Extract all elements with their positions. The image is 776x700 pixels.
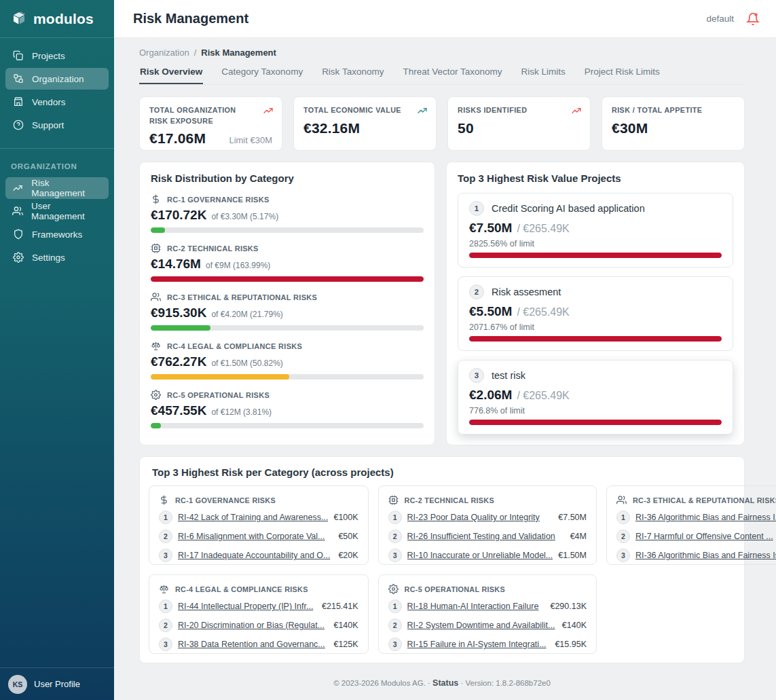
modulos-cube-icon (11, 11, 27, 27)
notifications-bell-icon[interactable] (746, 12, 760, 26)
breadcrumb: Organization / Risk Management (139, 48, 745, 58)
risk-link[interactable]: RI-44 Intellectual Property (IP) Infr... (178, 602, 316, 611)
rank-badge: 1 (159, 511, 172, 524)
tab-category-taxonomy[interactable]: Category Taxonomy (221, 67, 303, 84)
sidebar-item-frameworks[interactable]: Frameworks (5, 223, 109, 245)
sidebar-item-projects[interactable]: Projects (5, 45, 109, 67)
risk-row: 3RI-36 Algorithmic Bias and Fairness Is.… (616, 549, 776, 562)
rank-badge: 2 (616, 530, 630, 543)
panel-title: Top 3 Highest Risk Value Projects (458, 172, 733, 184)
stat-value: 50 (458, 120, 474, 136)
risk-link[interactable]: RI-6 Misalignment with Corporate Val... (178, 532, 333, 541)
copyright-text: © 2023-2026 Modulos AG. (333, 679, 426, 687)
risk-link[interactable]: RI-2 System Downtime and Availabilit... (407, 621, 557, 630)
risk-row: 1RI-44 Intellectual Property (IP) Infr..… (159, 600, 358, 613)
organization-icon (12, 73, 24, 84)
risk-link[interactable]: RI-10 Inaccurate or Unreliable Model... (407, 551, 553, 560)
stat-value: €32.16M (303, 120, 360, 136)
category-label: RC-3 ETHICAL & REPUTATIONAL RISKS (167, 293, 317, 301)
tab-risk-overview[interactable]: Risk Overview (139, 67, 203, 84)
distribution-row-rc4: RC-4 LEGAL & COMPLIANCE RISKS €762.27K o… (151, 341, 424, 380)
sidebar-item-settings[interactable]: Settings (5, 246, 109, 268)
risk-link[interactable]: RI-15 Failure in AI-System Integrati... (407, 640, 550, 649)
organization-nav: Risk Management User Management Framewor… (0, 177, 114, 270)
stat-label: RISKS IDENTIFIED (458, 105, 580, 116)
rank-badge: 3 (159, 549, 172, 562)
sidebar-item-user-management[interactable]: User Management (5, 200, 109, 222)
risk-management-dashboard: modulos Projects Organization Vendors Su… (0, 0, 776, 700)
stat-total-economic-value: TOTAL ECONOMIC VALUE €32.16M (293, 96, 437, 151)
rank-badge: 3 (388, 549, 402, 562)
risk-link[interactable]: RI-23 Poor Data Quality or Integrity (407, 513, 553, 522)
risk-category-card-rc5: RC-5 OPERATIONAL RISKS 1RI-18 Human-AI I… (378, 574, 597, 654)
rank-badge: 2 (469, 284, 484, 299)
risk-link[interactable]: RI-7 Harmful or Offensive Content ... (635, 532, 775, 541)
risk-link[interactable]: RI-26 Insufficient Testing and Validatio… (407, 532, 565, 541)
rank-badge: 1 (469, 201, 484, 216)
risk-link[interactable]: RI-36 Algorithmic Bias and Fairness Is..… (635, 551, 776, 560)
category-label: RC-4 LEGAL & COMPLIANCE RISKS (175, 585, 308, 593)
progress-bar (151, 227, 424, 233)
progress-bar (151, 325, 424, 331)
tab-project-risk-limits[interactable]: Project Risk Limits (584, 67, 661, 84)
project-card[interactable]: 1 Credit Scoring AI based application €7… (458, 193, 733, 268)
sidebar-item-label: User Management (31, 201, 102, 221)
risk-row: 1RI-36 Algorithmic Bias and Fairness I..… (616, 511, 776, 524)
tab-risk-taxonomy[interactable]: Risk Taxonomy (321, 67, 384, 84)
tab-bar: Risk Overview Category Taxonomy Risk Tax… (139, 67, 745, 85)
gear-icon (388, 584, 399, 594)
risk-value: €4M (570, 532, 587, 541)
user-profile-label: User Profile (34, 679, 80, 689)
project-risk-limit: / €265.49K (517, 306, 569, 318)
sidebar-section-label: ORGANIZATION (0, 149, 114, 177)
tab-threat-vector-taxonomy[interactable]: Threat Vector Taxonomy (402, 67, 502, 84)
risk-value: €215.41K (322, 602, 358, 611)
sidebar-item-organization[interactable]: Organization (5, 68, 109, 90)
rank-badge: 2 (388, 530, 402, 543)
project-card[interactable]: 3 test risk €2.06M / €265.49K 776.8% of … (458, 360, 733, 435)
category-limit-text: of €9M (163.99%) (206, 261, 270, 270)
main-content: Organization / Risk Management Risk Over… (114, 38, 776, 700)
sidebar-item-support[interactable]: Support (5, 114, 109, 136)
risk-row: 3RI-10 Inaccurate or Unreliable Model...… (388, 549, 587, 562)
sidebar-item-risk-management[interactable]: Risk Management (5, 177, 109, 199)
breadcrumb-current: Risk Management (201, 48, 276, 58)
risk-row: 2RI-20 Discrimination or Bias (Regulat..… (159, 619, 358, 632)
scales-icon (151, 341, 161, 351)
support-icon (12, 119, 24, 130)
brand-logo[interactable]: modulos (0, 0, 114, 38)
risk-link[interactable]: RI-20 Discrimination or Bias (Regulat... (178, 621, 328, 630)
rank-badge: 1 (159, 600, 172, 613)
risk-link[interactable]: RI-18 Human-AI Interaction Failure (407, 602, 545, 611)
risk-link[interactable]: RI-42 Lack of Training and Awareness... (178, 513, 328, 522)
stat-value: €17.06M (149, 130, 206, 147)
breadcrumb-parent[interactable]: Organization (139, 48, 189, 58)
risk-link[interactable]: RI-36 Algorithmic Bias and Fairness I... (635, 513, 776, 522)
risk-link[interactable]: RI-38 Data Retention and Governanc... (178, 640, 328, 649)
risk-category-card-rc1: RC-1 GOVERNANCE RISKS 1RI-42 Lack of Tra… (149, 485, 369, 565)
category-value: €170.72K (151, 208, 206, 223)
tab-risk-limits[interactable]: Risk Limits (521, 67, 566, 84)
progress-bar (469, 336, 722, 342)
category-value: €14.76M (151, 257, 201, 272)
status-link[interactable]: Status (432, 678, 458, 688)
stat-total-risk-exposure: TOTAL ORGANIZATION RISK EXPOSURE €17.06M… (139, 96, 282, 151)
sidebar-item-label: Projects (32, 51, 65, 61)
category-label: RC-2 TECHNICAL RISKS (167, 244, 259, 253)
rank-badge: 2 (388, 619, 402, 632)
user-profile[interactable]: KS User Profile (0, 667, 114, 700)
trend-up-icon (417, 105, 428, 116)
distribution-row-rc1: RC-1 GOVERNANCE RISKS €170.72K of €3.30M… (151, 194, 424, 233)
risk-row: 2RI-26 Insufficient Testing and Validati… (388, 530, 587, 543)
stat-risks-identified: RISKS IDENTIFIED 50 (447, 96, 591, 151)
sidebar-item-vendors[interactable]: Vendors (5, 91, 109, 113)
progress-bar (151, 423, 424, 428)
sidebar-item-label: Support (32, 120, 64, 130)
dollar-icon (151, 194, 161, 204)
project-risk-value: €7.50M (469, 221, 512, 236)
risk-row: 3RI-38 Data Retention and Governanc...€1… (159, 638, 358, 651)
risk-link[interactable]: RI-17 Inadequate Accountability and O... (178, 551, 333, 560)
page-title: Risk Management (133, 11, 248, 26)
risk-row: 3RI-17 Inadequate Accountability and O..… (159, 549, 358, 562)
project-card[interactable]: 2 Risk assesment €5.50M / €265.49K 2071.… (458, 276, 733, 351)
